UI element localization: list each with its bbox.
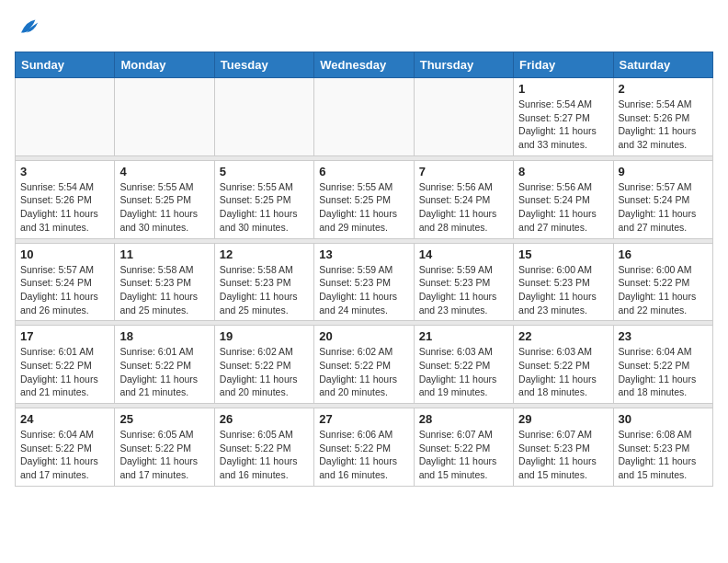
day-info: Sunrise: 5:56 AM Sunset: 5:24 PM Dayligh… xyxy=(518,180,608,235)
day-number: 13 xyxy=(319,247,408,261)
day-info: Sunrise: 5:58 AM Sunset: 5:23 PM Dayligh… xyxy=(119,263,209,317)
day-number: 15 xyxy=(518,247,608,261)
day-info: Sunrise: 5:57 AM Sunset: 5:24 PM Dayligh… xyxy=(619,180,708,235)
weekday-header-friday: Friday xyxy=(514,52,613,78)
day-number: 14 xyxy=(419,247,508,261)
day-number: 22 xyxy=(518,329,608,343)
calendar-cell: 26Sunrise: 6:05 AM Sunset: 5:22 PM Dayli… xyxy=(214,408,313,487)
day-info: Sunrise: 6:02 AM Sunset: 5:22 PM Dayligh… xyxy=(319,345,408,399)
weekday-header-sunday: Sunday xyxy=(16,52,115,78)
day-number: 27 xyxy=(319,412,408,426)
day-number: 12 xyxy=(220,247,309,261)
day-info: Sunrise: 6:08 AM Sunset: 5:23 PM Dayligh… xyxy=(619,428,708,482)
day-number: 5 xyxy=(220,165,309,178)
day-info: Sunrise: 6:01 AM Sunset: 5:22 PM Dayligh… xyxy=(119,345,209,399)
day-number: 26 xyxy=(220,412,309,426)
day-info: Sunrise: 6:07 AM Sunset: 5:22 PM Dayligh… xyxy=(419,428,508,482)
calendar-cell: 5Sunrise: 5:55 AM Sunset: 5:25 PM Daylig… xyxy=(214,160,313,238)
day-number: 8 xyxy=(518,165,608,178)
calendar-week-row: 10Sunrise: 5:57 AM Sunset: 5:24 PM Dayli… xyxy=(16,243,713,321)
calendar-cell: 14Sunrise: 5:59 AM Sunset: 5:23 PM Dayli… xyxy=(414,243,513,321)
day-info: Sunrise: 6:04 AM Sunset: 5:22 PM Dayligh… xyxy=(20,428,109,482)
calendar-week-row: 24Sunrise: 6:04 AM Sunset: 5:22 PM Dayli… xyxy=(16,408,713,487)
calendar-cell: 30Sunrise: 6:08 AM Sunset: 5:23 PM Dayli… xyxy=(613,408,712,487)
day-number: 16 xyxy=(619,247,708,261)
day-info: Sunrise: 6:05 AM Sunset: 5:22 PM Dayligh… xyxy=(220,428,309,482)
day-number: 21 xyxy=(419,329,508,343)
calendar-cell: 19Sunrise: 6:02 AM Sunset: 5:22 PM Dayli… xyxy=(214,326,313,404)
calendar-cell: 9Sunrise: 5:57 AM Sunset: 5:24 PM Daylig… xyxy=(613,160,712,238)
day-info: Sunrise: 5:56 AM Sunset: 5:24 PM Dayligh… xyxy=(419,180,508,235)
day-number: 18 xyxy=(119,329,209,343)
day-info: Sunrise: 6:02 AM Sunset: 5:22 PM Dayligh… xyxy=(220,345,309,399)
calendar-cell: 23Sunrise: 6:04 AM Sunset: 5:22 PM Dayli… xyxy=(613,326,712,404)
day-number: 17 xyxy=(20,329,109,343)
calendar-cell: 24Sunrise: 6:04 AM Sunset: 5:22 PM Dayli… xyxy=(16,408,115,487)
logo-bird-icon xyxy=(15,15,40,40)
calendar-cell: 4Sunrise: 5:55 AM Sunset: 5:25 PM Daylig… xyxy=(115,160,214,238)
day-info: Sunrise: 5:59 AM Sunset: 5:23 PM Dayligh… xyxy=(419,263,508,317)
day-number: 23 xyxy=(619,329,708,343)
calendar-cell xyxy=(214,78,313,156)
day-number: 24 xyxy=(20,412,109,426)
calendar-cell: 22Sunrise: 6:03 AM Sunset: 5:22 PM Dayli… xyxy=(514,326,613,404)
calendar-cell: 16Sunrise: 6:00 AM Sunset: 5:22 PM Dayli… xyxy=(613,243,712,321)
calendar-cell: 12Sunrise: 5:58 AM Sunset: 5:23 PM Dayli… xyxy=(214,243,313,321)
day-number: 3 xyxy=(20,165,109,178)
calendar-cell: 25Sunrise: 6:05 AM Sunset: 5:22 PM Dayli… xyxy=(115,408,214,487)
day-number: 30 xyxy=(619,412,708,426)
day-info: Sunrise: 5:57 AM Sunset: 5:24 PM Dayligh… xyxy=(20,263,109,317)
day-info: Sunrise: 5:54 AM Sunset: 5:26 PM Dayligh… xyxy=(619,98,708,152)
calendar-cell xyxy=(16,78,115,156)
page-header xyxy=(15,15,713,40)
calendar-cell: 13Sunrise: 5:59 AM Sunset: 5:23 PM Dayli… xyxy=(314,243,414,321)
day-number: 2 xyxy=(619,82,708,96)
day-info: Sunrise: 6:06 AM Sunset: 5:22 PM Dayligh… xyxy=(319,428,408,482)
calendar-header-row: SundayMondayTuesdayWednesdayThursdayFrid… xyxy=(16,52,713,78)
day-info: Sunrise: 5:54 AM Sunset: 5:26 PM Dayligh… xyxy=(20,180,109,235)
calendar-cell: 11Sunrise: 5:58 AM Sunset: 5:23 PM Dayli… xyxy=(115,243,214,321)
day-number: 7 xyxy=(419,165,508,178)
day-info: Sunrise: 5:55 AM Sunset: 5:25 PM Dayligh… xyxy=(220,180,309,235)
calendar-cell: 20Sunrise: 6:02 AM Sunset: 5:22 PM Dayli… xyxy=(314,326,414,404)
day-info: Sunrise: 6:03 AM Sunset: 5:22 PM Dayligh… xyxy=(518,345,608,399)
day-info: Sunrise: 5:54 AM Sunset: 5:27 PM Dayligh… xyxy=(518,98,608,152)
day-info: Sunrise: 6:00 AM Sunset: 5:22 PM Dayligh… xyxy=(619,263,708,317)
day-number: 4 xyxy=(119,165,209,178)
calendar-cell xyxy=(314,78,414,156)
weekday-header-monday: Monday xyxy=(115,52,214,78)
calendar-cell: 7Sunrise: 5:56 AM Sunset: 5:24 PM Daylig… xyxy=(414,160,513,238)
day-info: Sunrise: 6:04 AM Sunset: 5:22 PM Dayligh… xyxy=(619,345,708,399)
day-number: 9 xyxy=(619,165,708,178)
weekday-header-wednesday: Wednesday xyxy=(314,52,414,78)
calendar-cell: 1Sunrise: 5:54 AM Sunset: 5:27 PM Daylig… xyxy=(514,78,613,156)
day-number: 28 xyxy=(419,412,508,426)
calendar-cell: 17Sunrise: 6:01 AM Sunset: 5:22 PM Dayli… xyxy=(16,326,115,404)
day-number: 19 xyxy=(220,329,309,343)
day-info: Sunrise: 6:07 AM Sunset: 5:23 PM Dayligh… xyxy=(518,428,608,482)
calendar-cell xyxy=(115,78,214,156)
day-info: Sunrise: 6:03 AM Sunset: 5:22 PM Dayligh… xyxy=(419,345,508,399)
day-info: Sunrise: 6:00 AM Sunset: 5:23 PM Dayligh… xyxy=(518,263,608,317)
calendar-week-row: 3Sunrise: 5:54 AM Sunset: 5:26 PM Daylig… xyxy=(16,160,713,238)
day-info: Sunrise: 5:59 AM Sunset: 5:23 PM Dayligh… xyxy=(319,263,408,317)
weekday-header-tuesday: Tuesday xyxy=(214,52,313,78)
calendar-cell: 10Sunrise: 5:57 AM Sunset: 5:24 PM Dayli… xyxy=(16,243,115,321)
calendar-week-row: 1Sunrise: 5:54 AM Sunset: 5:27 PM Daylig… xyxy=(16,78,713,156)
logo xyxy=(15,15,40,40)
calendar-cell: 8Sunrise: 5:56 AM Sunset: 5:24 PM Daylig… xyxy=(514,160,613,238)
calendar-cell: 29Sunrise: 6:07 AM Sunset: 5:23 PM Dayli… xyxy=(514,408,613,487)
calendar-cell: 6Sunrise: 5:55 AM Sunset: 5:25 PM Daylig… xyxy=(314,160,414,238)
day-info: Sunrise: 5:55 AM Sunset: 5:25 PM Dayligh… xyxy=(119,180,209,235)
day-number: 6 xyxy=(319,165,408,178)
calendar-cell: 3Sunrise: 5:54 AM Sunset: 5:26 PM Daylig… xyxy=(16,160,115,238)
day-info: Sunrise: 5:58 AM Sunset: 5:23 PM Dayligh… xyxy=(220,263,309,317)
day-number: 25 xyxy=(119,412,209,426)
calendar-cell: 28Sunrise: 6:07 AM Sunset: 5:22 PM Dayli… xyxy=(414,408,513,487)
day-number: 20 xyxy=(319,329,408,343)
calendar-week-row: 17Sunrise: 6:01 AM Sunset: 5:22 PM Dayli… xyxy=(16,326,713,404)
day-info: Sunrise: 5:55 AM Sunset: 5:25 PM Dayligh… xyxy=(319,180,408,235)
calendar-cell: 21Sunrise: 6:03 AM Sunset: 5:22 PM Dayli… xyxy=(414,326,513,404)
calendar-cell: 2Sunrise: 5:54 AM Sunset: 5:26 PM Daylig… xyxy=(613,78,712,156)
day-number: 11 xyxy=(119,247,209,261)
